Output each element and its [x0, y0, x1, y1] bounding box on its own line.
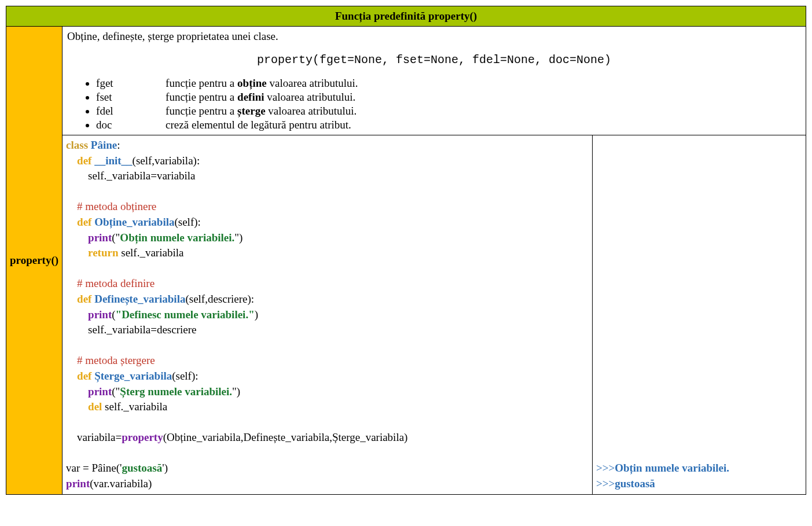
header-title: Funcția predefinită property() — [6, 6, 806, 27]
description-cell: Obține, definește, șterge proprietatea u… — [63, 27, 806, 135]
param-fdel: fdelfuncție pentru a șterge valoarea atr… — [96, 105, 801, 117]
content-row-1: property() Obține, definește, șterge pro… — [6, 27, 806, 135]
property-table: Funcția predefinită property() property(… — [6, 6, 806, 495]
content-row-2: class Pâine: def __init__(self,variabila… — [6, 135, 806, 495]
description-intro: Obține, definește, șterge proprietatea u… — [67, 30, 801, 43]
header-row: Funcția predefinită property() — [6, 6, 806, 27]
param-doc: doccreză elementul de legătură pentru at… — [96, 119, 801, 131]
output-line-1: >>>Obțin numele variabilei. — [596, 461, 802, 476]
code-cell: class Pâine: def __init__(self,variabila… — [63, 135, 593, 495]
function-label: property() — [6, 27, 63, 495]
signature: property(fget=None, fset=None, fdel=None… — [67, 53, 801, 67]
param-list: fgetfuncție pentru a obține valoarea atr… — [67, 77, 801, 131]
param-fset: fsetfuncție pentru a defini valoarea atr… — [96, 91, 801, 104]
output-line-2: >>>gustoasă — [596, 476, 802, 492]
param-fget: fgetfuncție pentru a obține valoarea atr… — [96, 77, 801, 90]
output-cell: >>>Obțin numele variabilei. >>>gustoasă — [592, 135, 806, 495]
